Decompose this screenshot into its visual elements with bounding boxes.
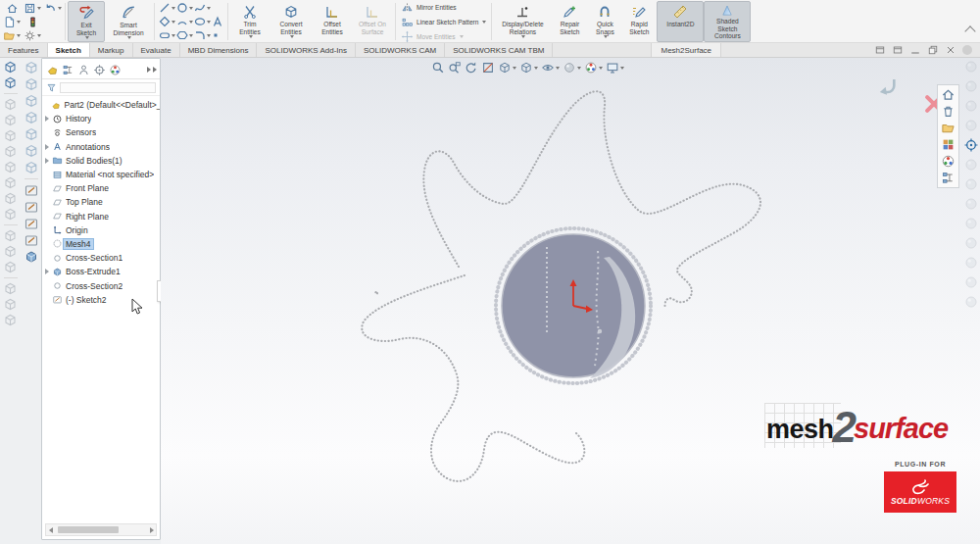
alignment-target-icon[interactable] — [963, 137, 979, 153]
rapid-sketch-button[interactable]: Rapid Sketch — [621, 1, 657, 42]
help-icon[interactable] — [962, 45, 972, 55]
display-manager-tab-icon[interactable] — [109, 64, 122, 76]
mesh2surface-tool-icon[interactable] — [3, 244, 18, 259]
tab-solidworks-add-ins[interactable]: SOLIDWORKS Add-Ins — [257, 43, 356, 57]
view-orientation-icon[interactable] — [498, 61, 516, 74]
tab-sketch[interactable]: Sketch — [48, 43, 90, 57]
folder-icon[interactable] — [941, 121, 956, 135]
mesh2surface-tool-icon[interactable] — [3, 313, 18, 327]
view-tool-icon[interactable] — [24, 76, 39, 92]
edit-appearance-icon[interactable] — [563, 61, 581, 74]
shaded-sketch-contours-button[interactable]: Shaded Sketch Contours — [704, 1, 751, 42]
mesh2surface-tool-icon[interactable] — [3, 60, 18, 74]
display-style-icon[interactable] — [519, 61, 538, 74]
task-pane-tool-icon[interactable] — [963, 196, 979, 212]
fillet-icon[interactable] — [194, 29, 211, 41]
mesh2surface-tool-icon[interactable] — [3, 113, 18, 127]
task-pane-tool-icon[interactable] — [963, 294, 979, 310]
tree-item-material-not-specified-[interactable]: Material <not specified> — [42, 168, 160, 181]
property-manager-tab-icon[interactable] — [62, 64, 74, 76]
mesh2surface-tool-icon[interactable] — [3, 260, 18, 274]
rebuild-icon[interactable] — [26, 16, 39, 28]
undo-icon[interactable] — [44, 2, 62, 15]
tree-item-cross-section1[interactable]: Cross-Section1 — [42, 251, 160, 265]
view-tool-icon[interactable] — [24, 126, 39, 142]
hide-show-items-icon[interactable] — [541, 61, 560, 74]
viewport-pane-icon[interactable] — [874, 44, 886, 56]
task-pane-tool-icon[interactable] — [963, 98, 979, 114]
save-icon[interactable] — [24, 2, 41, 15]
minimize-icon[interactable] — [909, 44, 921, 56]
convert-entities-button[interactable]: Convert Entities — [270, 1, 313, 42]
tab-features[interactable]: Features — [0, 43, 48, 57]
tab-overflow-arrows-icon[interactable] — [147, 67, 157, 73]
task-pane-tool-icon[interactable] — [963, 235, 979, 251]
view-tool-icon[interactable] — [24, 160, 39, 175]
linear-sketch-pattern-button[interactable]: Linear Sketch Pattern — [401, 16, 486, 28]
home-icon[interactable] — [6, 2, 19, 15]
section-view-icon[interactable] — [481, 61, 495, 74]
circle-icon[interactable] — [176, 2, 193, 14]
mirror-entities-button[interactable]: Mirror Entities — [401, 1, 486, 14]
view-tool-icon[interactable] — [24, 143, 39, 159]
tree-filter-input[interactable] — [60, 82, 156, 93]
tree-item-front-plane[interactable]: Front Plane — [42, 181, 160, 195]
feature-tree-icon[interactable] — [941, 171, 956, 185]
quick-snaps-button[interactable]: Quick Snaps — [588, 1, 621, 42]
task-pane-tool-icon[interactable] — [963, 157, 979, 173]
view-tool-icon[interactable] — [24, 60, 39, 75]
graphics-viewport[interactable]: mesh2surface PLUG-IN FOR SOLIDWORKS — [161, 58, 980, 544]
scrollbar-thumb[interactable] — [58, 526, 119, 533]
zoom-to-fit-icon[interactable] — [431, 61, 445, 74]
mesh2surface-tool-icon[interactable] — [3, 207, 18, 222]
mesh2surface-tool-icon[interactable] — [3, 160, 18, 174]
appearances-icon[interactable] — [941, 137, 956, 152]
polygon-icon[interactable] — [176, 29, 193, 41]
scroll-right-icon[interactable] — [147, 525, 156, 534]
point-icon[interactable] — [212, 31, 220, 39]
exit-sketch-button[interactable]: Exit Sketch — [68, 1, 105, 42]
view-tool-icon[interactable] — [24, 249, 39, 265]
rectangle-icon[interactable] — [159, 16, 175, 27]
mesh2surface-tool-icon[interactable] — [3, 175, 18, 190]
text-icon[interactable] — [212, 16, 223, 27]
zoom-to-area-icon[interactable] — [448, 61, 462, 74]
line-icon[interactable] — [159, 2, 175, 14]
viewport-pane-2-icon[interactable] — [892, 44, 904, 56]
instant2d-button[interactable]: Instant2D — [657, 1, 704, 42]
mesh2surface-tool-icon[interactable] — [3, 281, 18, 296]
task-pane-tool-icon[interactable] — [963, 78, 979, 94]
tree-item-sensors[interactable]: Sensors — [42, 125, 160, 139]
previous-view-icon[interactable] — [465, 61, 478, 74]
view-tool-icon[interactable] — [24, 182, 39, 198]
mesh2surface-tool-icon[interactable] — [3, 97, 18, 112]
tree-item-top-plane[interactable]: Top Plane — [42, 195, 160, 209]
tab-mbd-dimensions[interactable]: MBD Dimensions — [180, 43, 258, 57]
trash-icon[interactable] — [941, 104, 956, 119]
mesh2surface-tool-icon[interactable] — [3, 128, 18, 143]
view-tool-icon[interactable] — [24, 216, 39, 231]
tree-root-item[interactable]: Part2 (Default<<Default>_D — [42, 98, 160, 112]
mesh2surface-tool-icon[interactable] — [3, 144, 18, 159]
task-pane-tool-icon[interactable] — [963, 59, 979, 74]
task-pane-tool-icon[interactable] — [963, 118, 979, 133]
tab-solidworks-cam-tbm[interactable]: SOLIDWORKS CAM TBM — [445, 43, 553, 57]
ellipse-icon[interactable] — [194, 16, 211, 27]
mesh2surface-tool-icon[interactable] — [3, 228, 18, 243]
tab-markup[interactable]: Markup — [90, 43, 133, 57]
close-icon[interactable] — [945, 44, 956, 56]
task-pane-tool-icon[interactable] — [963, 216, 979, 231]
view-tool-icon[interactable] — [24, 93, 39, 109]
arc-icon[interactable] — [176, 16, 193, 27]
tab-evaluate[interactable]: Evaluate — [133, 43, 180, 57]
repair-sketch-button[interactable]: Repair Sketch — [551, 1, 588, 42]
tree-item-origin[interactable]: Origin — [42, 223, 160, 237]
tree-item-annotations[interactable]: Annotations — [42, 140, 160, 154]
tree-item-cross-section2[interactable]: Cross-Section2 — [42, 278, 160, 292]
offset-entities-button[interactable]: Offset Entities — [313, 1, 352, 42]
tree-item-solid-bodies-1-[interactable]: Solid Bodies(1) — [42, 154, 160, 168]
task-pane-tool-icon[interactable] — [963, 274, 979, 290]
new-document-icon[interactable] — [3, 16, 21, 28]
feature-manager-tab-icon[interactable] — [46, 64, 59, 76]
collapse-ribbon-chevron-icon[interactable] — [966, 27, 974, 35]
